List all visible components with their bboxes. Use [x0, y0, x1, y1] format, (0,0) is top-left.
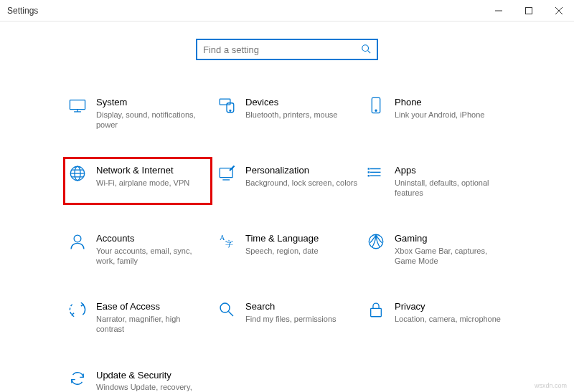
gaming-icon	[366, 232, 386, 252]
titlebar: Settings	[0, 0, 574, 21]
privacy-icon	[366, 300, 386, 320]
tile-title: Privacy	[395, 300, 507, 313]
tile-desc: Narrator, magnifier, high contrast	[96, 314, 208, 335]
svg-text:字: 字	[225, 239, 233, 248]
tile-title: Accounts	[96, 232, 208, 245]
tile-desc: Find my files, permissions	[245, 314, 357, 324]
svg-rect-6	[70, 100, 85, 110]
close-button[interactable]	[544, 0, 574, 21]
svg-point-11	[230, 110, 231, 111]
svg-point-27	[74, 235, 81, 242]
tile-apps[interactable]: Apps Uninstall, defaults, optional featu…	[364, 161, 508, 201]
search-icon	[361, 44, 371, 56]
svg-rect-9	[220, 99, 230, 105]
svg-point-31	[220, 303, 230, 312]
window-title: Settings	[7, 6, 38, 16]
tile-desc: Wi-Fi, airplane mode, VPN	[96, 178, 208, 188]
tile-title: Personalization	[245, 164, 357, 177]
tile-title: Search	[245, 300, 357, 313]
tile-title: Update & Security	[96, 369, 208, 382]
apps-icon	[366, 164, 386, 184]
svg-rect-25	[368, 171, 370, 173]
globe-icon	[67, 164, 88, 184]
tile-title: Ease of Access	[96, 300, 208, 313]
tile-devices[interactable]: Devices Bluetooth, printers, mouse	[215, 93, 359, 133]
accounts-icon	[67, 232, 88, 252]
svg-rect-33	[371, 309, 382, 317]
tile-desc: Windows Update, recovery, backup	[96, 382, 208, 392]
tile-desc: Location, camera, microphone	[395, 314, 507, 324]
time-language-icon: A字	[217, 232, 237, 252]
tile-gaming[interactable]: Gaming Xbox Game Bar, captures, Game Mod…	[364, 229, 508, 269]
phone-icon	[366, 96, 386, 116]
search-container	[0, 39, 574, 60]
tile-desc: Display, sound, notifications, power	[96, 110, 208, 130]
svg-line-5	[368, 50, 371, 53]
search-box[interactable]	[196, 39, 378, 60]
window-controls	[484, 0, 574, 21]
personalization-icon	[217, 164, 237, 184]
tile-personalization[interactable]: Personalization Background, lock screen,…	[215, 161, 359, 201]
tile-desc: Uninstall, defaults, optional features	[395, 178, 507, 199]
tile-title: Time & Language	[245, 232, 357, 245]
watermark: wsxdn.com	[535, 382, 567, 389]
devices-icon	[217, 96, 237, 116]
system-icon	[67, 96, 88, 116]
tile-search[interactable]: Search Find my files, permissions	[215, 297, 359, 337]
svg-rect-26	[368, 175, 370, 176]
tile-desc: Bluetooth, printers, mouse	[245, 110, 357, 120]
tile-desc: Background, lock screen, colors	[245, 178, 357, 188]
svg-rect-1	[526, 7, 532, 14]
ease-of-access-icon	[67, 300, 88, 320]
tile-time-language[interactable]: A字 Time & Language Speech, region, date	[215, 229, 359, 269]
tile-title: Apps	[395, 164, 507, 177]
tile-desc: Link your Android, iPhone	[395, 110, 507, 120]
tile-update-security[interactable]: Update & Security Windows Update, recove…	[66, 366, 210, 392]
tile-title: System	[96, 96, 208, 109]
settings-grid: System Display, sound, notifications, po…	[57, 93, 517, 392]
minimize-button[interactable]	[484, 0, 514, 21]
tile-desc: Your accounts, email, sync, work, family	[96, 246, 208, 267]
svg-line-32	[228, 312, 233, 317]
update-icon	[67, 369, 88, 389]
tile-ease-of-access[interactable]: Ease of Access Narrator, magnifier, high…	[66, 297, 210, 337]
content-area: System Display, sound, notifications, po…	[0, 21, 574, 392]
maximize-button[interactable]	[514, 0, 544, 21]
search-tile-icon	[217, 300, 237, 320]
svg-point-4	[362, 44, 369, 51]
tile-desc: Speech, region, date	[245, 246, 357, 256]
tile-title: Network & Internet	[96, 164, 208, 177]
tile-phone[interactable]: Phone Link your Android, iPhone	[364, 93, 508, 133]
svg-text:A: A	[220, 234, 225, 242]
tile-network[interactable]: Network & Internet Wi-Fi, airplane mode,…	[65, 158, 211, 204]
tile-desc: Xbox Game Bar, captures, Game Mode	[395, 246, 507, 267]
tile-title: Devices	[245, 96, 357, 109]
tile-accounts[interactable]: Accounts Your accounts, email, sync, wor…	[66, 229, 210, 269]
tile-system[interactable]: System Display, sound, notifications, po…	[66, 93, 210, 133]
tile-privacy[interactable]: Privacy Location, camera, microphone	[364, 297, 508, 337]
search-input[interactable]	[203, 44, 361, 55]
svg-rect-24	[368, 168, 370, 169]
tile-title: Gaming	[395, 232, 507, 245]
svg-point-13	[375, 110, 377, 111]
tile-title: Phone	[395, 96, 507, 109]
